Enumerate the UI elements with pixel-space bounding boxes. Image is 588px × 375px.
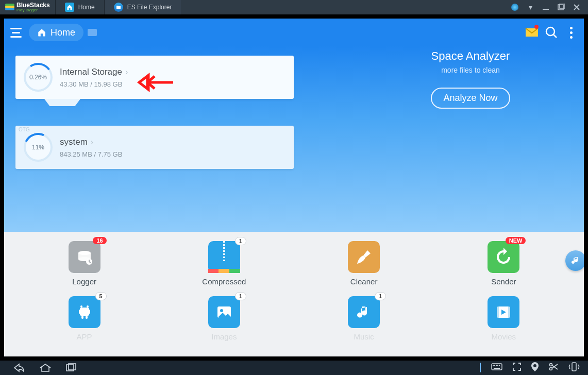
tab-es-file-explorer[interactable]: ES File Explorer bbox=[104, 0, 181, 14]
tab-home[interactable]: Home bbox=[55, 0, 104, 14]
sender-icon: NEW bbox=[488, 241, 519, 273]
analyzer-subtitle: more files to clean bbox=[388, 66, 553, 74]
menu-button[interactable] bbox=[7, 24, 25, 41]
annotation-arrow bbox=[137, 72, 174, 95]
compressed-icon: 1 bbox=[208, 241, 240, 273]
analyze-now-button[interactable]: Analyze Now bbox=[431, 88, 510, 109]
movies-icon bbox=[488, 296, 519, 328]
svg-rect-26 bbox=[499, 365, 500, 366]
tool-images[interactable]: 1 Images bbox=[208, 296, 240, 341]
bluestacks-titlebar: BlueStacks Play Bigger Home ES File Expl… bbox=[0, 0, 588, 14]
more-button[interactable] bbox=[563, 25, 579, 40]
svg-rect-17 bbox=[497, 306, 499, 318]
tool-sender[interactable]: NEW Sender bbox=[488, 241, 519, 286]
keyboard-toggle[interactable] bbox=[491, 363, 502, 372]
tool-label: Music bbox=[354, 332, 374, 341]
svg-rect-22 bbox=[493, 365, 494, 366]
system-storage-donut: 11% bbox=[24, 133, 53, 162]
card-tab-decor bbox=[44, 99, 80, 106]
fullscreen-button[interactable] bbox=[513, 363, 521, 373]
android-nav-bar bbox=[0, 361, 588, 375]
music-badge: 1 bbox=[375, 292, 386, 300]
home-icon bbox=[37, 28, 46, 37]
bluestacks-tagline: Play Bigger bbox=[16, 8, 50, 12]
images-badge: 1 bbox=[235, 292, 246, 300]
svg-rect-1 bbox=[558, 5, 563, 10]
recents-button[interactable] bbox=[66, 363, 77, 372]
tab-es-label: ES File Explorer bbox=[127, 4, 172, 11]
svg-rect-27 bbox=[494, 368, 500, 369]
sender-badge: NEW bbox=[506, 237, 526, 244]
tool-label: Cleaner bbox=[350, 277, 378, 286]
svg-rect-13 bbox=[86, 316, 88, 319]
tool-label: Logger bbox=[72, 277, 96, 286]
window-ghost-icon[interactable] bbox=[88, 29, 97, 36]
svg-point-8 bbox=[87, 305, 89, 308]
tool-app[interactable]: 5 APP bbox=[69, 296, 100, 341]
images-icon: 1 bbox=[208, 296, 240, 328]
breadcrumb-home[interactable]: Home bbox=[29, 24, 83, 41]
back-button[interactable] bbox=[13, 363, 25, 372]
svg-rect-18 bbox=[508, 306, 510, 318]
svg-rect-0 bbox=[543, 9, 549, 10]
bluestacks-tabs: Home ES File Explorer bbox=[55, 0, 181, 14]
es-app-icon bbox=[114, 3, 123, 12]
location-button[interactable] bbox=[531, 362, 539, 373]
breadcrumb-home-label: Home bbox=[51, 27, 75, 38]
home-button[interactable] bbox=[39, 363, 52, 372]
keyboard-toggle-active[interactable] bbox=[480, 363, 481, 372]
tool-label: APP bbox=[77, 332, 92, 341]
es-header: Home bbox=[4, 19, 584, 46]
svg-point-3 bbox=[546, 27, 555, 36]
close-button[interactable] bbox=[573, 3, 581, 11]
svg-point-28 bbox=[533, 364, 536, 367]
tool-cleaner[interactable]: Cleaner bbox=[348, 241, 380, 286]
logger-icon: 16 bbox=[69, 241, 100, 273]
space-analyzer: Space Analyzer more files to clean Analy… bbox=[388, 49, 553, 109]
tool-label: Images bbox=[211, 332, 237, 341]
music-float-button[interactable] bbox=[565, 250, 584, 271]
tool-compressed[interactable]: 1 Compressed bbox=[202, 241, 246, 286]
home-app-icon bbox=[65, 3, 74, 12]
app-badge: 5 bbox=[95, 292, 107, 300]
internal-storage-donut: 0.26% bbox=[24, 63, 53, 92]
shake-button[interactable] bbox=[568, 362, 580, 373]
minimize-button[interactable] bbox=[542, 3, 550, 11]
compressed-badge: 1 bbox=[235, 237, 246, 245]
gem-icon[interactable] bbox=[511, 3, 519, 11]
analyzer-title: Space Analyzer bbox=[388, 49, 553, 63]
system-storage-title: system bbox=[60, 137, 88, 147]
tool-music[interactable]: 1 Music bbox=[348, 296, 380, 341]
scissors-button[interactable] bbox=[549, 363, 558, 373]
search-button[interactable] bbox=[544, 25, 559, 40]
svg-rect-10 bbox=[79, 310, 80, 314]
svg-rect-11 bbox=[89, 310, 90, 314]
dropdown-icon[interactable]: ▾ bbox=[526, 3, 534, 11]
system-storage-card[interactable]: OTG 11% system › 843.25 MB / 7.75 GB bbox=[15, 126, 294, 169]
music-float-icon bbox=[570, 255, 581, 266]
internal-storage-usage: 43.30 MB / 15.98 GB bbox=[60, 80, 128, 88]
svg-rect-24 bbox=[496, 365, 497, 366]
tool-logger[interactable]: 16 Logger bbox=[69, 241, 100, 286]
mail-button[interactable] bbox=[524, 25, 540, 40]
svg-point-7 bbox=[80, 305, 82, 308]
svg-rect-25 bbox=[497, 365, 498, 366]
tool-area: 16 Logger 1 Compressed Cleaner bbox=[4, 232, 584, 356]
svg-rect-12 bbox=[81, 316, 83, 319]
internal-storage-title: Internal Storage bbox=[60, 67, 122, 77]
chevron-right-icon: › bbox=[125, 67, 128, 77]
system-storage-usage: 843.25 MB / 7.75 GB bbox=[60, 150, 122, 158]
svg-point-15 bbox=[220, 309, 223, 312]
svg-rect-21 bbox=[492, 364, 502, 370]
tab-home-label: Home bbox=[78, 4, 95, 11]
logger-badge: 16 bbox=[93, 237, 106, 244]
storage-overview: 0.26% Internal Storage › 43.30 MB / 15.9… bbox=[4, 46, 584, 232]
tool-grid: 16 Logger 1 Compressed Cleaner bbox=[14, 241, 574, 341]
app-icon: 5 bbox=[69, 296, 100, 328]
tool-label: Movies bbox=[492, 332, 516, 341]
bluestacks-logo: BlueStacks Play Bigger bbox=[0, 2, 55, 12]
bluestacks-tray bbox=[480, 362, 585, 373]
cleaner-icon bbox=[348, 241, 380, 273]
maximize-button[interactable] bbox=[557, 3, 565, 11]
tool-movies[interactable]: Movies bbox=[488, 296, 519, 341]
